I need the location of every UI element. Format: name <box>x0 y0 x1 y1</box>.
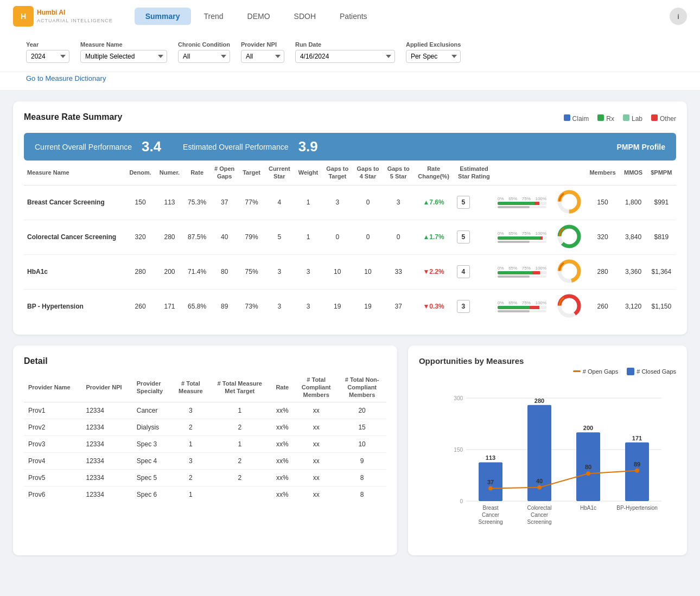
rate: 75.3% <box>184 185 211 220</box>
logo-sub: ACTUARIAL INTELLIGENCE <box>37 18 113 23</box>
measure-table-row: Colorectal Cancer Screening 320 280 87.5… <box>24 220 676 254</box>
measure-rate-summary-card: Measure Rate Summary Claim Rx Lab Other … <box>13 101 687 335</box>
gaps-to-target: 19 <box>322 289 353 324</box>
non-compliant: 9 <box>338 453 386 470</box>
provider-label: Provider NPI <box>241 41 284 48</box>
detail-table-row: Prov4 12334 Spec 4 3 2 xx% xx 9 <box>24 453 386 470</box>
svg-text:HbA1c: HbA1c <box>580 505 596 511</box>
run-date-input[interactable] <box>295 50 395 63</box>
mini-bar-cell: 0%65%75%100% <box>494 220 553 254</box>
donut-cell <box>553 220 585 254</box>
prov-npi: 12334 <box>82 486 132 503</box>
members: 280 <box>586 254 620 289</box>
denom: 260 <box>125 289 156 324</box>
prov-specialty: Spec 6 <box>132 486 172 503</box>
members: 260 <box>586 289 620 324</box>
target: 73% <box>239 289 265 324</box>
rate-change-down: ▼0.3% <box>423 303 444 310</box>
th-donut <box>553 161 585 185</box>
measure-table-row: Breast Cancer Screening 150 113 75.3% 37… <box>24 185 676 220</box>
weight: 3 <box>294 254 322 289</box>
prov-npi: 12334 <box>82 419 132 436</box>
members: 320 <box>586 220 620 254</box>
tab-patients[interactable]: Patients <box>329 8 378 25</box>
th-pmpm: $PMPM <box>647 161 676 185</box>
weight: 1 <box>294 220 322 254</box>
members: 150 <box>586 185 620 220</box>
provider-filter: Provider NPI All <box>241 41 284 63</box>
gaps-to-5star: 37 <box>383 289 413 324</box>
svg-text:Breast: Breast <box>483 505 499 511</box>
svg-text:Colorectal: Colorectal <box>527 505 551 511</box>
measure-table-row: HbA1c 280 200 71.4% 80 75% 3 3 10 10 33 … <box>24 254 676 289</box>
th-weight: Weight <box>294 161 322 185</box>
legend-row: Claim Rx Lab Other <box>564 114 676 123</box>
gaps-to-4star: 19 <box>353 289 383 324</box>
measure-name-label: Measure Name <box>80 41 167 48</box>
open-gaps: 89 <box>211 289 239 324</box>
year-select[interactable]: 2024 <box>26 50 69 63</box>
run-date-label: Run Date <box>295 41 395 48</box>
tab-summary[interactable]: Summary <box>135 8 191 25</box>
svg-point-43 <box>586 471 590 476</box>
mmos: 3,120 <box>620 289 647 324</box>
estimated-perf-label: Estimated Overall Performance <box>183 143 289 151</box>
weight: 3 <box>294 289 322 324</box>
th-denom: Denom. <box>125 161 156 185</box>
star-box: 5 <box>457 230 470 243</box>
pmpm: $1,364 <box>647 254 676 289</box>
opportunities-chart-card: Opportunities by Measures # Open Gaps # … <box>408 345 687 555</box>
tab-demo[interactable]: DEMO <box>237 8 281 25</box>
measure-name: HbA1c <box>24 254 125 289</box>
tab-sdoh[interactable]: SDOH <box>283 8 327 25</box>
svg-point-42 <box>537 485 542 489</box>
prov-npi: 12334 <box>82 470 132 486</box>
th-gaps-target: Gaps toTarget <box>322 161 353 185</box>
condition-select[interactable]: All <box>178 50 230 63</box>
th-detail-rate: Rate <box>270 373 295 402</box>
chart-title: Opportunities by Measures <box>419 356 676 366</box>
gaps-to-target: 10 <box>322 254 353 289</box>
current-star: 5 <box>264 220 294 254</box>
tab-trend[interactable]: Trend <box>193 8 234 25</box>
met-target: 2 <box>209 470 270 486</box>
measure-name: BP - Hypertension <box>24 289 125 324</box>
prov-npi: 12334 <box>82 453 132 470</box>
th-rate: Rate <box>184 161 211 185</box>
measure-name-select[interactable]: Multiple Selected <box>80 50 167 63</box>
prov-name: Prov5 <box>24 470 82 486</box>
th-prov-spec: ProviderSpecialty <box>132 373 172 402</box>
svg-text:BP-Hypertension: BP-Hypertension <box>616 505 658 511</box>
detail-table-row: Prov1 12334 Cancer 3 1 xx% xx 20 <box>24 402 386 419</box>
filters-bar: Year 2024 Measure Name Multiple Selected… <box>0 33 700 72</box>
year-label: Year <box>26 41 69 48</box>
legend-other: Other <box>651 114 676 123</box>
compliant: xx <box>295 436 338 453</box>
legend-rx: Rx <box>597 114 614 123</box>
logo: H Humbi AIACTUARIAL INTELLIGENCE <box>13 6 113 27</box>
numer: 200 <box>155 254 183 289</box>
provider-select[interactable]: All <box>241 50 284 63</box>
gaps-to-5star: 0 <box>383 220 413 254</box>
target: 75% <box>239 254 265 289</box>
met-target: 2 <box>209 453 270 470</box>
logo-icon: H <box>13 6 34 27</box>
detail-rate: xx% <box>270 419 295 436</box>
non-compliant: 8 <box>338 470 386 486</box>
mmos: 3,840 <box>620 220 647 254</box>
th-mmos: MMOS <box>620 161 647 185</box>
measure-table-row: BP - Hypertension 260 171 65.8% 89 73% 3… <box>24 289 676 324</box>
met-target <box>209 486 270 503</box>
rate: 71.4% <box>184 254 211 289</box>
measure-rate-summary-title: Measure Rate Summary <box>24 112 122 122</box>
svg-text:Cancer: Cancer <box>482 512 500 518</box>
info-button[interactable]: i <box>670 8 687 25</box>
exclusions-filter: Applied Exclusions Per Spec <box>406 41 461 63</box>
non-compliant: 10 <box>338 436 386 453</box>
prov-specialty: Spec 5 <box>132 470 172 486</box>
mini-bar-cell: 0%65%75%100% <box>494 254 553 289</box>
condition-filter: Chronic Condition All <box>178 41 230 63</box>
exclusions-select[interactable]: Per Spec <box>406 50 461 63</box>
gaps-to-4star: 0 <box>353 220 383 254</box>
measure-dictionary-link[interactable]: Go to Measure Dictionary <box>26 74 106 82</box>
